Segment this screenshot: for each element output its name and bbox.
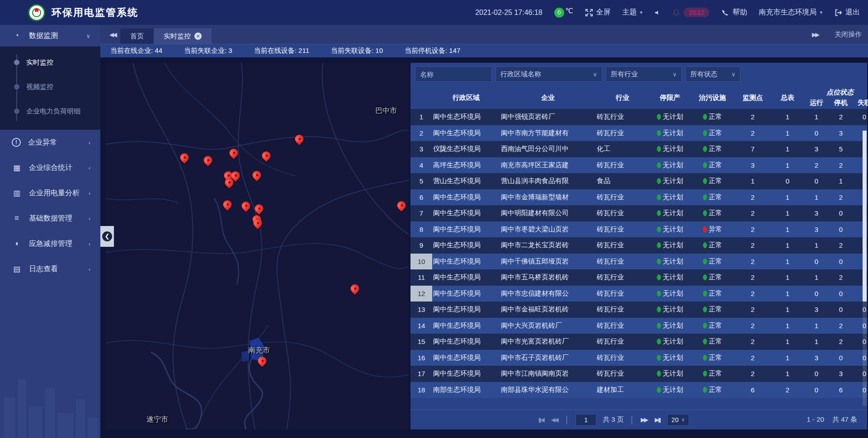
- table-row[interactable]: 17阆中生态环境局阆中市江南镇阆南页岩砖瓦行业无计划正常21030: [410, 366, 867, 382]
- col-pollution-facility[interactable]: 治污设施: [691, 86, 734, 109]
- col-company[interactable]: 企业: [500, 86, 596, 109]
- tab-home[interactable]: 首页: [120, 28, 154, 44]
- status-dot-green: [703, 146, 707, 152]
- sidebar-item[interactable]: ≡基础数据管理‹: [0, 206, 100, 231]
- notifications[interactable]: 2632: [672, 8, 709, 17]
- region-filter-select[interactable]: 行政区域名称 ∨: [495, 66, 602, 82]
- last-page-button[interactable]: ▶▮: [655, 416, 661, 423]
- row-number: 2: [410, 125, 432, 141]
- col-region[interactable]: 行政区域: [432, 86, 500, 109]
- stat-item: 当前在线设备: 211: [254, 47, 309, 55]
- table-row[interactable]: 14阆中生态环境局阆中大兴页岩机砖厂砖瓦行业无计划正常21120: [410, 318, 867, 334]
- col-total-meter[interactable]: 总表: [771, 86, 804, 109]
- cell-pollution-facility: 正常: [691, 318, 734, 334]
- help-button[interactable]: 帮助: [721, 8, 747, 17]
- cell-monitor-points: 2: [734, 221, 771, 238]
- col-lost[interactable]: 失联: [853, 97, 868, 109]
- cell-running: 3: [804, 301, 829, 318]
- sidebar-item[interactable]: ▥企业用电量分析‹: [0, 180, 100, 206]
- phone-icon: [721, 9, 729, 17]
- cell-company: 阆中市枣碧大梁山页岩: [500, 221, 596, 238]
- fullscreen-button[interactable]: 全屏: [585, 8, 611, 17]
- table-row[interactable]: 12阆中生态环境局阆中市忠信建材有限公砖瓦行业无计划正常21003: [410, 286, 867, 302]
- cell-halted: 2: [829, 189, 853, 206]
- table-row[interactable]: 16阆中生态环境局阆中市石子页岩机砖厂砖瓦行业无计划正常21300: [410, 350, 867, 366]
- cell-stop-production: 无计划: [649, 237, 691, 254]
- cell-running: 1: [804, 318, 829, 334]
- first-page-button[interactable]: ▮◀: [538, 416, 545, 423]
- cell-running: 3: [804, 141, 829, 157]
- table-row[interactable]: 13阆中生态环境局阆中市金福旺页岩机砖砖瓦行业无计划正常21300: [410, 301, 867, 318]
- table-row[interactable]: 9阆中生态环境局阆中市二龙长宝页岩砖砖瓦行业无计划正常21120: [410, 237, 867, 254]
- total-pages-label: 共 3 页: [603, 415, 624, 424]
- name-filter-input[interactable]: [420, 71, 487, 78]
- cell-monitor-points: 2: [734, 125, 771, 141]
- table-row[interactable]: 15阆中生态环境局阆中市光富页岩机砖厂砖瓦行业无计划正常21120: [410, 334, 867, 350]
- notification-count-badge: 2632: [684, 8, 709, 17]
- table-row[interactable]: 18南部生态环境局南部县珠华水泥有限公建材加工无计划正常62060: [410, 382, 867, 398]
- col-industry[interactable]: 行业: [596, 86, 649, 109]
- table-row[interactable]: 10阆中生态环境局阆中千佛镇五郎垭页岩砖瓦行业无计划正常21003: [410, 254, 867, 270]
- cell-region: 阆中生态环境局: [432, 125, 500, 141]
- sidebar-subitem[interactable]: 实时监控: [0, 50, 100, 75]
- tab-realtime-monitor[interactable]: 实时监控 ✕: [154, 28, 212, 44]
- table-row[interactable]: 6阆中生态环境局阆中市金博瑞新型墙材砖瓦行业无计划正常21120: [410, 189, 867, 206]
- cell-pollution-facility: 正常: [691, 286, 734, 302]
- map-view[interactable]: 巴中市南充市遂宁市: [106, 63, 409, 429]
- name-filter[interactable]: [415, 66, 492, 82]
- page-size-select[interactable]: 20 ∨: [667, 414, 689, 426]
- sidebar-item-label: 日志查看: [29, 264, 89, 274]
- col-halted[interactable]: 停机: [829, 97, 853, 109]
- cell-total-meter: 1: [771, 221, 804, 238]
- cell-stop-production: 无计划: [649, 366, 691, 382]
- org-dropdown[interactable]: 南充市生态环境局 ▾: [759, 8, 822, 17]
- cell-monitor-points: 2: [734, 334, 771, 350]
- mute-button[interactable]: [654, 9, 660, 17]
- table-row[interactable]: 7阆中生态环境局阆中明阳建材有限公司砖瓦行业无计划正常21300: [410, 205, 867, 221]
- sidebar-subitem[interactable]: 企业电力负荷明细: [0, 99, 100, 123]
- col-stop-production[interactable]: 停限产: [649, 86, 691, 109]
- close-tab-icon[interactable]: ✕: [194, 33, 202, 40]
- prev-page-button[interactable]: ◀◀: [551, 416, 559, 423]
- page-size-value: 20: [671, 416, 679, 424]
- close-operations-button[interactable]: 关闭操作: [835, 30, 862, 39]
- status-dot-green: [657, 162, 661, 168]
- sidebar-subitem[interactable]: 视频监控: [0, 75, 100, 99]
- cell-running: 1: [804, 269, 829, 286]
- col-running[interactable]: 运行: [804, 97, 829, 109]
- cell-pollution-facility: 异常: [691, 221, 734, 238]
- theme-dropdown[interactable]: 主题 ▾: [623, 8, 643, 17]
- map-panel-collapse-button[interactable]: ❮: [100, 226, 114, 247]
- industry-filter-select[interactable]: 所有行业 ∨: [606, 66, 682, 82]
- table-row[interactable]: 5营山生态环境局营山县润丰肉食品有限食品无计划正常10010: [410, 173, 867, 189]
- next-page-button[interactable]: ▶▶: [641, 416, 648, 423]
- table-row[interactable]: 3仪陇生态环境局西南油气田分公司川中化工无计划正常71350: [410, 141, 867, 157]
- status-dot-green: [703, 178, 707, 184]
- sidebar-item[interactable]: ▦企业综合统计‹: [0, 155, 100, 180]
- menu-icon: ▤: [12, 264, 22, 274]
- col-monitor-points[interactable]: 监测点: [734, 86, 771, 109]
- table-row[interactable]: 1阆中生态环境局阆中强锐页岩砖厂砖瓦行业无计划正常21120: [410, 109, 867, 125]
- status-dot-green: [703, 339, 707, 344]
- status-filter-select[interactable]: 所有状态 ∨: [685, 66, 741, 82]
- sidebar-item[interactable]: !企业异常‹: [0, 130, 100, 155]
- sidebar-item[interactable]: ▤日志查看‹: [0, 256, 100, 282]
- cell-industry: 砖瓦行业: [596, 318, 649, 334]
- table-row[interactable]: 8阆中生态环境局阆中市枣碧大梁山页岩砖瓦行业无计划异常21300: [410, 221, 867, 238]
- cell-pollution-facility: 正常: [691, 157, 734, 174]
- table-row[interactable]: 4高坪生态环境局南充市高坪区王家店建砖瓦行业无计划正常31220: [410, 157, 867, 174]
- cell-stop-production: 无计划: [649, 125, 691, 141]
- status-dot-green: [703, 210, 707, 216]
- sidebar-group-data-monitoring[interactable]: ◔ 数据监测 ∨: [0, 25, 100, 47]
- logout-button[interactable]: 退出: [834, 8, 860, 17]
- menu-icon: ▦: [12, 163, 22, 173]
- tabs-scroll-right-icon[interactable]: ▶▶: [812, 31, 818, 38]
- tabs-scroll-left-icon[interactable]: ◀◀: [109, 31, 116, 38]
- table-scrollbar[interactable]: [863, 131, 867, 406]
- page-number-input[interactable]: [576, 414, 596, 426]
- table-row[interactable]: 11阆中生态环境局阆中市五马桥页岩机砖砖瓦行业无计划正常21120: [410, 269, 867, 286]
- table-row[interactable]: 2阆中生态环境局阆中市南方节能建材有砖瓦行业无计划正常21030: [410, 125, 867, 141]
- cell-halted: 2: [829, 269, 853, 286]
- cell-monitor-points: 2: [734, 350, 771, 366]
- sidebar-item[interactable]: ◖应急减排管理‹: [0, 231, 100, 256]
